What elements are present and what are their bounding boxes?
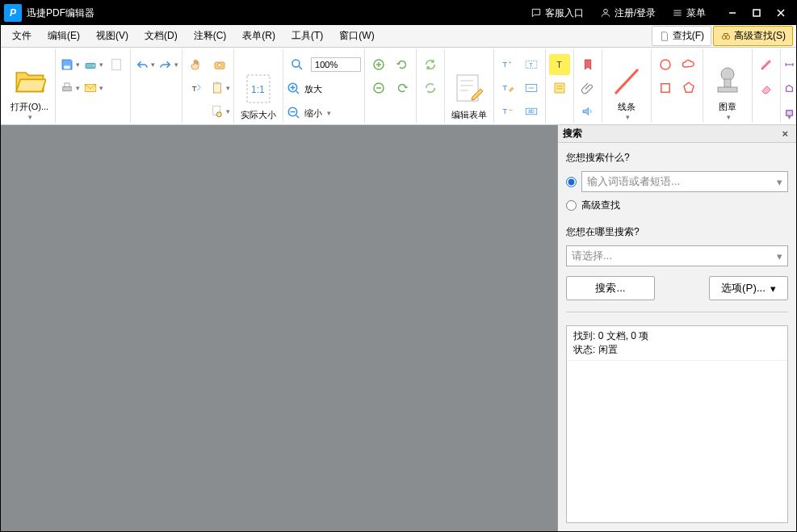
maximize-button[interactable] bbox=[745, 1, 769, 25]
search-phrase-input[interactable]: 输入词语或者短语... ▾ bbox=[581, 171, 788, 192]
svg-rect-42 bbox=[718, 87, 737, 92]
sound-button[interactable] bbox=[577, 101, 598, 122]
perimeter-icon bbox=[784, 82, 795, 96]
svg-point-17 bbox=[216, 112, 221, 117]
search-where-label: 您想在哪里搜索? bbox=[566, 225, 788, 239]
save-button[interactable] bbox=[59, 54, 80, 75]
link-button[interactable] bbox=[521, 77, 542, 98]
refresh-alt-icon bbox=[423, 81, 438, 95]
menu-window[interactable]: 窗口(W) bbox=[331, 27, 382, 45]
square-button[interactable] bbox=[655, 77, 676, 98]
prev-page-button[interactable] bbox=[368, 77, 389, 98]
chat-icon bbox=[531, 7, 542, 19]
user-icon bbox=[600, 7, 611, 19]
zoom-fit-button[interactable] bbox=[287, 54, 308, 75]
snapshot-button[interactable] bbox=[209, 54, 230, 75]
zoom-in-label: 放大 bbox=[304, 83, 322, 95]
search-execute-button[interactable]: 搜索... bbox=[566, 276, 655, 300]
redo-icon bbox=[158, 57, 173, 72]
note-button[interactable] bbox=[549, 77, 570, 98]
menu-form[interactable]: 表单(R) bbox=[234, 27, 283, 45]
undo-button[interactable] bbox=[134, 54, 155, 75]
edit-form-button[interactable]: 编辑表单 bbox=[448, 51, 490, 121]
text-tool-button[interactable]: T+ bbox=[497, 54, 518, 75]
menu-button[interactable]: 菜单 bbox=[664, 1, 714, 25]
select-text-button[interactable]: T bbox=[186, 77, 207, 98]
hand-tool-button[interactable] bbox=[186, 54, 207, 75]
rotate-cw-icon bbox=[395, 57, 409, 72]
svg-text:T: T bbox=[502, 107, 507, 115]
open-button[interactable]: 打开(O)... bbox=[7, 51, 52, 121]
zoom-in-button[interactable]: 放大 bbox=[287, 78, 361, 99]
blank-button[interactable] bbox=[106, 54, 127, 75]
rotate-left-button[interactable] bbox=[392, 77, 413, 98]
zoom-combo[interactable] bbox=[311, 57, 361, 72]
text-field-button[interactable]: ab bbox=[521, 101, 542, 122]
bookmark-button[interactable] bbox=[577, 54, 598, 75]
menu-comment[interactable]: 注释(C) bbox=[186, 27, 235, 45]
svg-rect-1 bbox=[753, 10, 760, 16]
advanced-find-button[interactable]: 高级查找(S) bbox=[713, 26, 793, 46]
svg-rect-15 bbox=[215, 82, 219, 85]
email-button[interactable] bbox=[82, 77, 103, 98]
print-button[interactable] bbox=[59, 77, 80, 98]
eraser-button[interactable] bbox=[756, 77, 777, 98]
search-panel-header: 搜索 × bbox=[558, 125, 796, 143]
text-minus-button[interactable]: T− bbox=[497, 101, 518, 122]
register-login-button[interactable]: 注册/登录 bbox=[592, 1, 664, 25]
menu-edit[interactable]: 编辑(E) bbox=[40, 27, 88, 45]
search-text-radio[interactable] bbox=[566, 177, 577, 187]
document-canvas[interactable] bbox=[1, 125, 557, 531]
redo-button[interactable] bbox=[157, 54, 178, 75]
divider bbox=[566, 312, 788, 312]
clipboard-button[interactable] bbox=[209, 77, 230, 98]
close-button[interactable] bbox=[769, 1, 793, 25]
measure-distance-button[interactable]: 距离 bbox=[784, 54, 796, 75]
svg-point-38 bbox=[661, 60, 670, 69]
menu-file[interactable]: 文件 bbox=[4, 27, 40, 45]
actual-size-icon: 1:1 bbox=[242, 70, 275, 107]
refresh-all-button[interactable] bbox=[420, 77, 441, 98]
text-edit-button[interactable]: T bbox=[497, 77, 518, 98]
ribbon-collapse-button[interactable]: ▾ bbox=[787, 112, 791, 121]
measure-perimeter-button[interactable]: 周长 bbox=[784, 78, 796, 99]
find-button[interactable]: 查找(F) bbox=[652, 26, 711, 46]
svg-rect-7 bbox=[112, 59, 121, 70]
minimize-button[interactable] bbox=[720, 1, 745, 25]
attach-button[interactable] bbox=[577, 77, 598, 98]
search-where-combo[interactable]: 请选择... ▾ bbox=[566, 245, 788, 266]
actual-size-button[interactable]: 1:1 实际大小 bbox=[237, 51, 279, 121]
menu-document[interactable]: 文档(D) bbox=[136, 27, 186, 45]
first-page-button[interactable] bbox=[368, 54, 389, 75]
search-panel-close-button[interactable]: × bbox=[778, 128, 791, 140]
doc-search-button[interactable] bbox=[209, 101, 230, 122]
open-doc-button[interactable] bbox=[82, 54, 103, 75]
hand-icon bbox=[189, 57, 203, 72]
menu-view[interactable]: 视图(V) bbox=[88, 27, 136, 45]
advanced-search-radio[interactable] bbox=[566, 200, 577, 211]
minus-page-icon bbox=[371, 81, 386, 95]
svg-rect-4 bbox=[64, 66, 70, 69]
rotate-right-button[interactable] bbox=[392, 54, 413, 75]
lines-button[interactable]: 线条 bbox=[606, 51, 648, 121]
drive-icon bbox=[83, 57, 98, 72]
polygon-button[interactable] bbox=[678, 77, 699, 98]
open-label: 打开(O)... bbox=[10, 101, 48, 113]
cloud-button[interactable] bbox=[678, 54, 699, 75]
customer-service-button[interactable]: 客服入口 bbox=[522, 1, 592, 25]
textbox-button[interactable]: T bbox=[521, 54, 542, 75]
titlebar: P 迅捷PDF编辑器 客服入口 注册/登录 菜单 bbox=[1, 1, 796, 25]
undo-icon bbox=[135, 57, 149, 72]
zoom-out-button[interactable]: 缩小 bbox=[287, 103, 361, 124]
circle-button[interactable] bbox=[655, 54, 676, 75]
search-options-button[interactable]: 选项(P)... ▾ bbox=[709, 276, 788, 300]
register-login-label: 注册/登录 bbox=[615, 6, 656, 20]
pencil-button[interactable] bbox=[756, 54, 777, 75]
stamp-button[interactable]: 图章 bbox=[707, 51, 749, 121]
refresh-button[interactable] bbox=[420, 54, 441, 75]
text-minus-icon: T− bbox=[501, 104, 515, 119]
svg-rect-41 bbox=[724, 79, 731, 87]
menu-tools[interactable]: 工具(T) bbox=[283, 27, 331, 45]
eraser-icon bbox=[759, 81, 774, 95]
highlight-button[interactable]: T bbox=[549, 54, 570, 75]
